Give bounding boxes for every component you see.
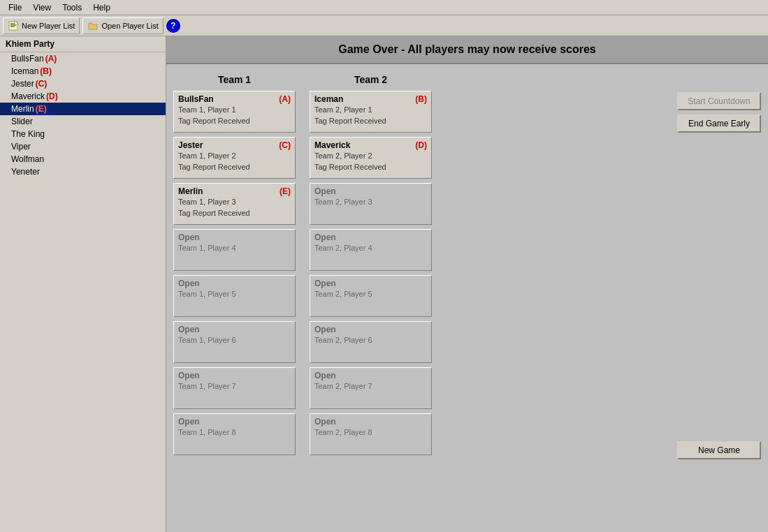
open-player-list-button[interactable]: Open Player List [82, 17, 163, 34]
menu-bar: File View Tools Help [0, 0, 768, 15]
player-card-team1-players-5[interactable]: OpenTeam 1, Player 6 [173, 321, 296, 363]
player-card-team2-players-5[interactable]: OpenTeam 2, Player 6 [310, 321, 432, 363]
player-card-team1-players-7[interactable]: OpenTeam 1, Player 8 [173, 413, 296, 455]
player-card-name-row: Jester (C) [178, 140, 291, 150]
sidebar-player-tag: (C) [36, 79, 48, 89]
team2-section: Team 2 Iceman (B)Team 2, Player 1Tag Rep… [310, 71, 432, 459]
player-card-team2-players-1[interactable]: Maverick (D)Team 2, Player 2Tag Report R… [310, 137, 432, 179]
sidebar-player-tag: (E) [36, 104, 47, 114]
player-status: Tag Report Received [314, 117, 427, 125]
sidebar-item-wolfman[interactable]: Wolfman [0, 153, 166, 165]
player-card-team1-players-0[interactable]: BullsFan (A)Team 1, Player 1Tag Report R… [173, 91, 296, 133]
player-name: Open [314, 186, 336, 196]
player-team-tag: (B) [415, 94, 427, 104]
player-card-name-row: Open [314, 186, 427, 196]
player-role: Team 2, Player 4 [314, 244, 427, 252]
player-status: Tag Report Received [178, 209, 291, 217]
player-name: Open [314, 417, 336, 427]
player-role: Team 1, Player 5 [178, 290, 291, 298]
new-player-list-icon [8, 20, 19, 31]
player-name: Open [314, 325, 336, 334]
player-card-team2-players-4[interactable]: OpenTeam 2, Player 5 [310, 275, 432, 317]
sidebar-player-name: Maverick [11, 91, 45, 101]
open-player-list-icon [87, 20, 99, 31]
end-game-early-button[interactable]: End Game Early [677, 114, 761, 133]
player-role: Team 1, Player 8 [178, 428, 291, 436]
player-card-name-row: BullsFan (A) [178, 94, 291, 104]
player-name: Open [314, 279, 336, 288]
toolbar: New Player List Open Player List ? [0, 15, 768, 36]
sidebar-item-yeneter[interactable]: Yeneter [0, 165, 166, 178]
player-card-name-row: Open [314, 371, 427, 380]
help-button[interactable]: ? [166, 19, 180, 33]
sidebar-player-name: Iceman [11, 66, 38, 76]
player-name: Open [314, 232, 336, 242]
player-card-team1-players-6[interactable]: OpenTeam 1, Player 7 [173, 367, 296, 409]
player-name: Open [178, 417, 200, 427]
sidebar-player-name: Merlin [11, 104, 34, 114]
sidebar-player-name: Yeneter [11, 167, 40, 177]
player-card-name-row: Open [314, 417, 427, 427]
teams-area: Team 1 BullsFan (A)Team 1, Player 1Tag R… [166, 64, 768, 466]
player-role: Team 1, Player 4 [178, 244, 291, 252]
sidebar-player-name: Slider [11, 117, 33, 126]
player-role: Team 2, Player 6 [314, 336, 427, 344]
player-card-team2-players-7[interactable]: OpenTeam 2, Player 8 [310, 413, 432, 455]
right-buttons: Start Countdown End Game Early [677, 92, 761, 133]
team2-players: Iceman (B)Team 2, Player 1Tag Report Rec… [310, 91, 432, 455]
sidebar-player-name: The King [11, 129, 45, 139]
player-team-tag: (D) [415, 140, 427, 150]
sidebar-players-list: BullsFan (A)Iceman (B)Jester (C)Maverick… [0, 52, 166, 178]
player-team-tag: (E) [280, 186, 291, 196]
player-card-name-row: Maverick (D) [314, 140, 427, 150]
team2-header: Team 2 [310, 71, 432, 88]
menu-view[interactable]: View [27, 1, 57, 14]
player-name: Open [178, 325, 200, 334]
sidebar-item-maverick[interactable]: Maverick (D) [0, 90, 166, 103]
sidebar-item-jester[interactable]: Jester (C) [0, 77, 166, 90]
sidebar-player-tag: (A) [45, 54, 57, 64]
new-game-button[interactable]: New Game [677, 441, 761, 459]
player-name: Open [178, 371, 200, 380]
sidebar-player-name: Wolfman [11, 154, 44, 164]
player-card-team1-players-4[interactable]: OpenTeam 1, Player 5 [173, 275, 296, 317]
menu-file[interactable]: File [3, 1, 27, 14]
player-card-team2-players-0[interactable]: Iceman (B)Team 2, Player 1Tag Report Rec… [310, 91, 432, 133]
menu-tools[interactable]: Tools [57, 1, 87, 14]
player-name: Merlin [178, 186, 203, 196]
sidebar-item-the-king[interactable]: The King [0, 128, 166, 140]
player-card-name-row: Open [314, 232, 427, 242]
player-status: Tag Report Received [178, 163, 291, 171]
player-card-team1-players-1[interactable]: Jester (C)Team 1, Player 2Tag Report Rec… [173, 137, 296, 179]
sidebar-header: Khiem Party [0, 36, 166, 52]
player-card-team1-players-2[interactable]: Merlin (E)Team 1, Player 3Tag Report Rec… [173, 183, 296, 225]
player-name: BullsFan [178, 94, 214, 104]
player-role: Team 1, Player 7 [178, 382, 291, 390]
player-role: Team 2, Player 2 [314, 152, 427, 160]
start-countdown-button[interactable]: Start Countdown [677, 92, 761, 110]
player-card-team2-players-3[interactable]: OpenTeam 2, Player 4 [310, 229, 432, 271]
new-game-container: New Game [677, 441, 761, 459]
player-card-team1-players-3[interactable]: OpenTeam 1, Player 4 [173, 229, 296, 271]
player-card-name-row: Open [314, 279, 427, 288]
sidebar-item-merlin[interactable]: Merlin (E) [0, 103, 166, 115]
player-status: Tag Report Received [178, 117, 291, 125]
player-card-team2-players-6[interactable]: OpenTeam 2, Player 7 [310, 367, 432, 409]
sidebar-player-name: BullsFan [11, 54, 44, 64]
menu-help[interactable]: Help [87, 1, 116, 14]
player-name: Open [314, 371, 336, 380]
new-player-list-button[interactable]: New Player List [3, 17, 80, 34]
player-name: Maverick [314, 140, 350, 150]
sidebar-player-tag: (B) [40, 66, 52, 76]
player-card-name-row: Open [178, 325, 291, 334]
sidebar-item-viper[interactable]: Viper [0, 140, 166, 153]
player-card-name-row: Merlin (E) [178, 186, 291, 196]
player-role: Team 2, Player 1 [314, 105, 427, 114]
new-player-list-label: New Player List [22, 22, 75, 30]
sidebar-item-bullsfan[interactable]: BullsFan (A) [0, 52, 166, 65]
content-area: Game Over - All players may now receive … [166, 36, 768, 532]
player-role: Team 2, Player 3 [314, 198, 427, 206]
sidebar-item-iceman[interactable]: Iceman (B) [0, 65, 166, 77]
sidebar-item-slider[interactable]: Slider [0, 115, 166, 128]
player-card-team2-players-2[interactable]: OpenTeam 2, Player 3 [310, 183, 432, 225]
